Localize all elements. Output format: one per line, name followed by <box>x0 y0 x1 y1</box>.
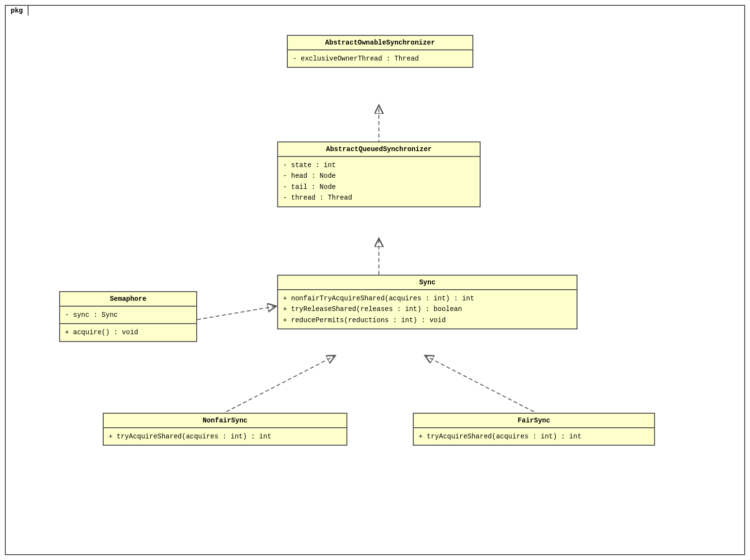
field-item: - state : int <box>283 160 475 171</box>
semaphore-fields: - sync : Sync <box>60 307 196 324</box>
abstract-ownable-sync-fields: - exclusiveOwnerThread : Thread <box>288 50 472 67</box>
sync-methods: + nonfairTryAcquireShared(acquires : int… <box>278 290 577 328</box>
diagram-container: pkg AbstractOwnableSynchronizer - exclu <box>5 5 745 555</box>
field-item: - head : Node <box>283 171 475 181</box>
nonfair-sync-name: NonfairSync <box>203 417 247 424</box>
sync-name: Sync <box>419 279 436 286</box>
semaphore-methods: + acquire() : void <box>60 324 196 341</box>
svg-line-2 <box>191 306 276 321</box>
abstract-queued-sync-name: AbstractQueuedSynchronizer <box>326 145 432 153</box>
fair-sync-header: FairSync <box>414 414 654 428</box>
nonfair-sync-header: NonfairSync <box>104 414 346 428</box>
field-item: - sync : Sync <box>65 310 191 320</box>
method-item: + tryAcquireShared(acquires : int) : int <box>109 431 342 442</box>
nonfair-sync-methods: + tryAcquireShared(acquires : int) : int <box>104 428 346 445</box>
method-item: + tryAcquireShared(acquires : int) : int <box>419 431 649 442</box>
semaphore-class: Semaphore - sync : Sync + acquire() : vo… <box>59 291 197 342</box>
fair-sync-methods: + tryAcquireShared(acquires : int) : int <box>414 428 654 445</box>
fair-sync-class: FairSync + tryAcquireShared(acquires : i… <box>413 413 655 446</box>
pkg-label: pkg <box>5 5 29 16</box>
method-item: + acquire() : void <box>65 327 191 338</box>
abstract-ownable-sync-header: AbstractOwnableSynchronizer <box>288 36 472 50</box>
svg-line-3 <box>226 356 335 412</box>
abstract-queued-sync-class: AbstractQueuedSynchronizer - state : int… <box>277 141 481 207</box>
method-item: + nonfairTryAcquireShared(acquires : int… <box>283 293 572 304</box>
method-item: + reducePermits(reductions : int) : void <box>283 315 572 326</box>
abstract-ownable-sync-name: AbstractOwnableSynchronizer <box>325 39 435 47</box>
abstract-queued-sync-fields: - state : int - head : Node - tail : Nod… <box>278 157 480 206</box>
abstract-ownable-sync-class: AbstractOwnableSynchronizer - exclusiveO… <box>287 35 473 68</box>
nonfair-sync-class: NonfairSync + tryAcquireShared(acquires … <box>103 413 347 446</box>
fair-sync-name: FairSync <box>517 417 550 424</box>
sync-class: Sync + nonfairTryAcquireShared(acquires … <box>277 275 578 329</box>
method-item: + tryReleaseShared(releases : int) : boo… <box>283 304 572 314</box>
semaphore-name: Semaphore <box>110 295 147 303</box>
semaphore-header: Semaphore <box>60 292 196 307</box>
svg-line-4 <box>425 356 534 412</box>
field-item: - exclusiveOwnerThread : Thread <box>293 53 468 64</box>
field-item: - tail : Node <box>283 182 475 192</box>
field-item: - thread : Thread <box>283 192 475 203</box>
abstract-queued-sync-header: AbstractQueuedSynchronizer <box>278 142 480 157</box>
sync-header: Sync <box>278 276 577 290</box>
